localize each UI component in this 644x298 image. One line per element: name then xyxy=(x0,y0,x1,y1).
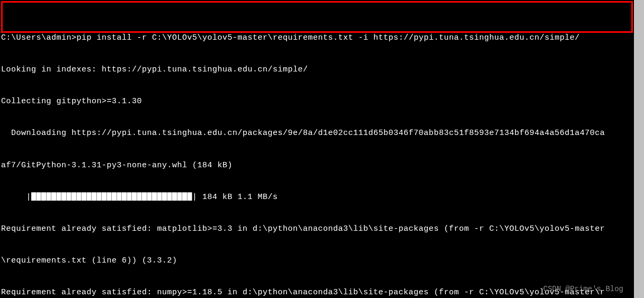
output-line: \requirements.txt (line 6)) (3.3.2) xyxy=(0,255,634,266)
output-line: Requirement already satisfied: matplotli… xyxy=(0,223,634,234)
prompt: C:\Users\admin> xyxy=(1,33,77,42)
scrollbar-vertical[interactable] xyxy=(634,0,644,298)
watermark-text: CSDN @Prime's Blog xyxy=(543,284,623,295)
output-line: Requirement already satisfied: numpy>=1.… xyxy=(0,287,634,298)
highlight-overlay xyxy=(1,1,633,33)
output-line: Downloading https://pypi.tuna.tsinghua.e… xyxy=(0,128,634,139)
terminal-window[interactable]: C:\Users\admin>pip install -r C:\YOLOv5\… xyxy=(0,0,634,298)
command-line: C:\Users\admin>pip install -r C:\YOLOv5\… xyxy=(0,32,634,43)
progress-line: |████████████████████████████████| 184 k… xyxy=(0,192,634,203)
output-line: Looking in indexes: https://pypi.tuna.ts… xyxy=(0,64,634,75)
command-text: pip install -r C:\YOLOv5\yolov5-master\r… xyxy=(77,33,580,42)
output-line: Collecting gitpython>=3.1.30 xyxy=(0,96,634,107)
scrollbar-thumb[interactable] xyxy=(634,0,644,298)
output-line: af7/GitPython-3.1.31-py3-none-any.whl (1… xyxy=(0,160,634,171)
